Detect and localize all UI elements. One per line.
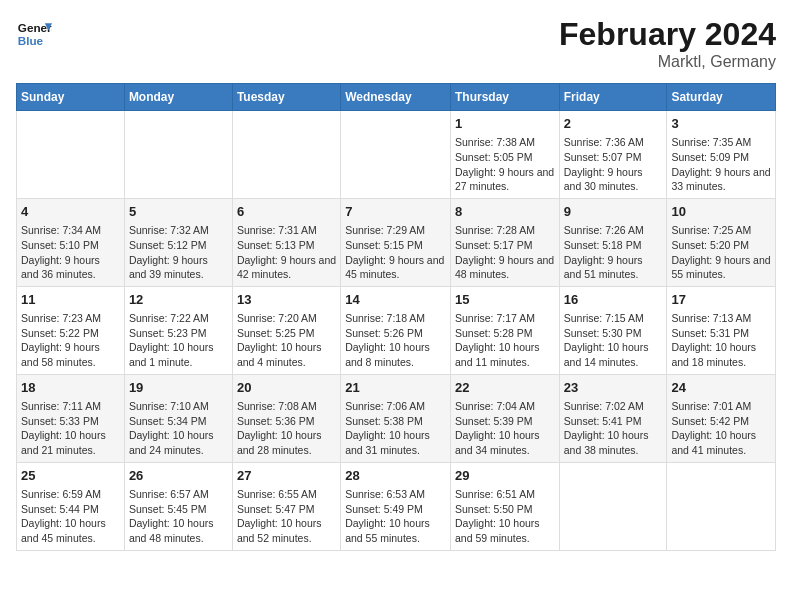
header-row: SundayMondayTuesdayWednesdayThursdayFrid…: [17, 84, 776, 111]
calendar-cell: 27Sunrise: 6:55 AM Sunset: 5:47 PM Dayli…: [232, 462, 340, 550]
calendar-cell: 23Sunrise: 7:02 AM Sunset: 5:41 PM Dayli…: [559, 374, 667, 462]
calendar-cell: [124, 111, 232, 199]
day-number: 19: [129, 379, 228, 397]
calendar-cell: [559, 462, 667, 550]
header-day-wednesday: Wednesday: [341, 84, 451, 111]
day-number: 5: [129, 203, 228, 221]
day-number: 22: [455, 379, 555, 397]
calendar-cell: 24Sunrise: 7:01 AM Sunset: 5:42 PM Dayli…: [667, 374, 776, 462]
calendar-cell: 20Sunrise: 7:08 AM Sunset: 5:36 PM Dayli…: [232, 374, 340, 462]
header-day-monday: Monday: [124, 84, 232, 111]
calendar-cell: 14Sunrise: 7:18 AM Sunset: 5:26 PM Dayli…: [341, 286, 451, 374]
calendar-cell: 21Sunrise: 7:06 AM Sunset: 5:38 PM Dayli…: [341, 374, 451, 462]
calendar-cell: 22Sunrise: 7:04 AM Sunset: 5:39 PM Dayli…: [450, 374, 559, 462]
header-day-tuesday: Tuesday: [232, 84, 340, 111]
day-info: Sunrise: 7:17 AM Sunset: 5:28 PM Dayligh…: [455, 311, 555, 370]
calendar-body: 1Sunrise: 7:38 AM Sunset: 5:05 PM Daylig…: [17, 111, 776, 551]
day-info: Sunrise: 7:35 AM Sunset: 5:09 PM Dayligh…: [671, 135, 771, 194]
calendar-cell: 12Sunrise: 7:22 AM Sunset: 5:23 PM Dayli…: [124, 286, 232, 374]
header-day-saturday: Saturday: [667, 84, 776, 111]
calendar-cell: 9Sunrise: 7:26 AM Sunset: 5:18 PM Daylig…: [559, 198, 667, 286]
day-info: Sunrise: 7:10 AM Sunset: 5:34 PM Dayligh…: [129, 399, 228, 458]
calendar-week-1: 1Sunrise: 7:38 AM Sunset: 5:05 PM Daylig…: [17, 111, 776, 199]
day-info: Sunrise: 6:57 AM Sunset: 5:45 PM Dayligh…: [129, 487, 228, 546]
day-number: 14: [345, 291, 446, 309]
day-info: Sunrise: 7:11 AM Sunset: 5:33 PM Dayligh…: [21, 399, 120, 458]
day-info: Sunrise: 7:32 AM Sunset: 5:12 PM Dayligh…: [129, 223, 228, 282]
calendar-cell: [667, 462, 776, 550]
header-day-friday: Friday: [559, 84, 667, 111]
day-number: 17: [671, 291, 771, 309]
calendar-cell: 1Sunrise: 7:38 AM Sunset: 5:05 PM Daylig…: [450, 111, 559, 199]
day-number: 1: [455, 115, 555, 133]
day-number: 3: [671, 115, 771, 133]
day-number: 21: [345, 379, 446, 397]
day-number: 6: [237, 203, 336, 221]
day-number: 23: [564, 379, 663, 397]
sub-title: Marktl, Germany: [559, 53, 776, 71]
day-number: 11: [21, 291, 120, 309]
calendar-header: SundayMondayTuesdayWednesdayThursdayFrid…: [17, 84, 776, 111]
header-day-thursday: Thursday: [450, 84, 559, 111]
calendar-cell: 15Sunrise: 7:17 AM Sunset: 5:28 PM Dayli…: [450, 286, 559, 374]
main-title: February 2024: [559, 16, 776, 53]
calendar-cell: [232, 111, 340, 199]
calendar-cell: 19Sunrise: 7:10 AM Sunset: 5:34 PM Dayli…: [124, 374, 232, 462]
day-info: Sunrise: 7:38 AM Sunset: 5:05 PM Dayligh…: [455, 135, 555, 194]
calendar-cell: 4Sunrise: 7:34 AM Sunset: 5:10 PM Daylig…: [17, 198, 125, 286]
day-number: 25: [21, 467, 120, 485]
day-number: 28: [345, 467, 446, 485]
calendar-cell: [341, 111, 451, 199]
day-number: 10: [671, 203, 771, 221]
day-info: Sunrise: 6:51 AM Sunset: 5:50 PM Dayligh…: [455, 487, 555, 546]
calendar-cell: 29Sunrise: 6:51 AM Sunset: 5:50 PM Dayli…: [450, 462, 559, 550]
day-info: Sunrise: 7:29 AM Sunset: 5:15 PM Dayligh…: [345, 223, 446, 282]
calendar-cell: [17, 111, 125, 199]
calendar-cell: 26Sunrise: 6:57 AM Sunset: 5:45 PM Dayli…: [124, 462, 232, 550]
day-number: 12: [129, 291, 228, 309]
calendar-week-4: 18Sunrise: 7:11 AM Sunset: 5:33 PM Dayli…: [17, 374, 776, 462]
page-header: General Blue February 2024 Marktl, Germa…: [16, 16, 776, 71]
day-number: 7: [345, 203, 446, 221]
day-info: Sunrise: 7:26 AM Sunset: 5:18 PM Dayligh…: [564, 223, 663, 282]
day-number: 16: [564, 291, 663, 309]
day-number: 8: [455, 203, 555, 221]
calendar-cell: 11Sunrise: 7:23 AM Sunset: 5:22 PM Dayli…: [17, 286, 125, 374]
day-info: Sunrise: 7:04 AM Sunset: 5:39 PM Dayligh…: [455, 399, 555, 458]
day-number: 26: [129, 467, 228, 485]
day-info: Sunrise: 6:55 AM Sunset: 5:47 PM Dayligh…: [237, 487, 336, 546]
header-day-sunday: Sunday: [17, 84, 125, 111]
day-info: Sunrise: 7:02 AM Sunset: 5:41 PM Dayligh…: [564, 399, 663, 458]
calendar-cell: 28Sunrise: 6:53 AM Sunset: 5:49 PM Dayli…: [341, 462, 451, 550]
calendar-cell: 6Sunrise: 7:31 AM Sunset: 5:13 PM Daylig…: [232, 198, 340, 286]
calendar-cell: 13Sunrise: 7:20 AM Sunset: 5:25 PM Dayli…: [232, 286, 340, 374]
day-number: 18: [21, 379, 120, 397]
calendar-week-5: 25Sunrise: 6:59 AM Sunset: 5:44 PM Dayli…: [17, 462, 776, 550]
day-number: 24: [671, 379, 771, 397]
calendar-cell: 8Sunrise: 7:28 AM Sunset: 5:17 PM Daylig…: [450, 198, 559, 286]
day-number: 29: [455, 467, 555, 485]
calendar-week-2: 4Sunrise: 7:34 AM Sunset: 5:10 PM Daylig…: [17, 198, 776, 286]
day-info: Sunrise: 7:13 AM Sunset: 5:31 PM Dayligh…: [671, 311, 771, 370]
calendar-table: SundayMondayTuesdayWednesdayThursdayFrid…: [16, 83, 776, 551]
day-info: Sunrise: 7:31 AM Sunset: 5:13 PM Dayligh…: [237, 223, 336, 282]
day-info: Sunrise: 6:53 AM Sunset: 5:49 PM Dayligh…: [345, 487, 446, 546]
day-info: Sunrise: 7:22 AM Sunset: 5:23 PM Dayligh…: [129, 311, 228, 370]
calendar-cell: 3Sunrise: 7:35 AM Sunset: 5:09 PM Daylig…: [667, 111, 776, 199]
day-number: 27: [237, 467, 336, 485]
calendar-cell: 16Sunrise: 7:15 AM Sunset: 5:30 PM Dayli…: [559, 286, 667, 374]
day-info: Sunrise: 7:18 AM Sunset: 5:26 PM Dayligh…: [345, 311, 446, 370]
calendar-cell: 18Sunrise: 7:11 AM Sunset: 5:33 PM Dayli…: [17, 374, 125, 462]
calendar-cell: 25Sunrise: 6:59 AM Sunset: 5:44 PM Dayli…: [17, 462, 125, 550]
calendar-cell: 10Sunrise: 7:25 AM Sunset: 5:20 PM Dayli…: [667, 198, 776, 286]
day-info: Sunrise: 7:01 AM Sunset: 5:42 PM Dayligh…: [671, 399, 771, 458]
day-number: 15: [455, 291, 555, 309]
day-number: 13: [237, 291, 336, 309]
day-info: Sunrise: 7:06 AM Sunset: 5:38 PM Dayligh…: [345, 399, 446, 458]
day-number: 9: [564, 203, 663, 221]
day-info: Sunrise: 7:15 AM Sunset: 5:30 PM Dayligh…: [564, 311, 663, 370]
logo: General Blue: [16, 16, 52, 52]
day-number: 4: [21, 203, 120, 221]
day-info: Sunrise: 7:08 AM Sunset: 5:36 PM Dayligh…: [237, 399, 336, 458]
svg-text:Blue: Blue: [18, 34, 44, 47]
